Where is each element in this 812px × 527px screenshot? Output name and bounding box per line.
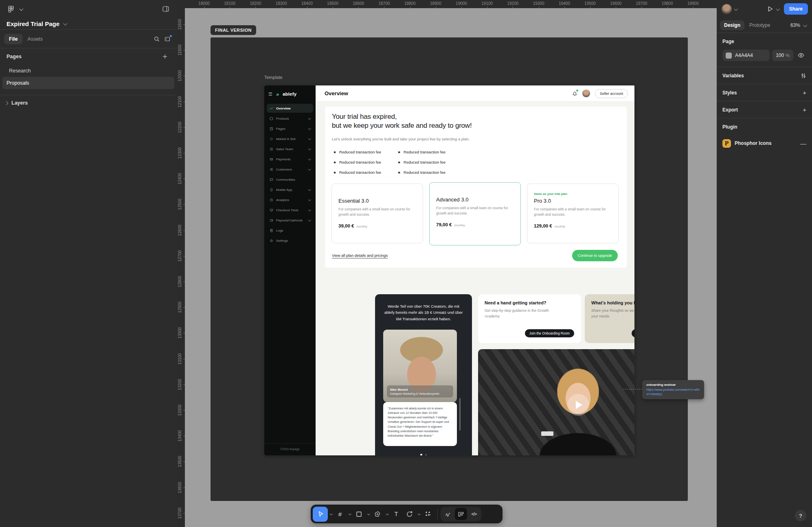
nav-item-logs[interactable]: Logs	[267, 226, 313, 235]
variables-icon[interactable]	[801, 73, 806, 79]
nav-item-products[interactable]: Products	[267, 114, 313, 123]
nav-item-settings[interactable]: Settings	[267, 236, 313, 245]
phosphor-icons-logo-icon: P	[722, 139, 731, 148]
nav-item-checkout-tools[interactable]: Checkout Tools	[267, 206, 313, 214]
nav-item-market-sell[interactable]: Market & Sell	[267, 134, 313, 143]
file-title-row[interactable]: Expired Trial Page	[0, 18, 177, 29]
page-opacity-input[interactable]: 100 %	[772, 50, 793, 61]
dot-active[interactable]	[420, 454, 422, 455]
tab-design[interactable]: Design	[720, 20, 744, 30]
tab-file[interactable]: File	[4, 34, 23, 44]
nav-item-pages[interactable]: Pages	[267, 124, 313, 133]
pen-tool-chevron-icon[interactable]	[384, 507, 390, 521]
nav-item-sales-team[interactable]: Sales Team	[267, 144, 313, 153]
scrollbar[interactable]	[459, 398, 461, 431]
nav-item-payouts-cashouts[interactable]: Payouts/Cashouts	[267, 216, 313, 225]
present-chevron-icon[interactable]	[776, 7, 780, 11]
panel-toggle-icon[interactable]	[160, 4, 171, 14]
ruler-tick	[693, 7, 693, 8]
search-icon[interactable]	[151, 34, 162, 44]
move-tool-chevron-icon[interactable]	[328, 507, 334, 521]
benefit-item: ★Reduced transaction fee	[333, 150, 397, 154]
draw-mode-button[interactable]	[442, 508, 454, 520]
add-export-icon[interactable]: +	[803, 106, 806, 113]
remove-plugin-icon[interactable]: —	[800, 140, 806, 147]
seller-account-button[interactable]: Seller account	[595, 89, 628, 98]
tab-prototype[interactable]: Prototype	[745, 20, 774, 30]
page-color-input[interactable]: A4A4A4	[722, 50, 770, 61]
pen-tool-button[interactable]	[371, 507, 384, 521]
user-avatar[interactable]	[722, 4, 732, 14]
dev-mode-button[interactable]: </>	[468, 508, 480, 520]
user-chevron-icon[interactable]	[734, 7, 738, 11]
ruler-tick	[539, 7, 539, 8]
comment-tool-chevron-icon[interactable]	[416, 507, 421, 521]
color-swatch[interactable]	[726, 52, 732, 59]
plan-card-pro[interactable]: Same as your trial plan Pro 3.0 For comp…	[527, 184, 619, 243]
nav-item-mobile-app[interactable]: Mobile App	[267, 185, 313, 194]
nav-item-customers[interactable]: Customers	[267, 165, 313, 174]
ruler-tick-label: 18900	[430, 1, 441, 6]
share-thoughts-button[interactable]: Share your thoughts	[632, 329, 634, 337]
text-tool-button[interactable]: T	[390, 507, 403, 521]
move-tool-button[interactable]	[313, 507, 328, 522]
plan-card-essential[interactable]: Essential 3.0 For companies with a small…	[331, 184, 423, 243]
figma-logo-icon[interactable]	[6, 4, 16, 14]
ruler-left: 1180011900120001210012200123001240012500…	[177, 8, 185, 527]
nav-item-overview[interactable]: Overview	[267, 104, 313, 113]
file-menu-chevron-icon[interactable]	[19, 7, 23, 11]
tooltip-link[interactable]: https://www.youtube.com/watch?v=aRI4YVWe…	[646, 388, 700, 396]
view-plans-link[interactable]: View all plan details and pricings	[332, 253, 388, 258]
minimap-icon[interactable]	[162, 34, 173, 44]
nav-item-communities[interactable]: Communities	[267, 175, 313, 184]
add-style-icon[interactable]: +	[803, 89, 806, 96]
join-onboarding-button[interactable]: Join the Onboarding Room	[525, 329, 574, 337]
file-title-chevron-icon[interactable]	[63, 21, 67, 25]
frame-label[interactable]: Template	[264, 75, 283, 80]
plan-card-advanced[interactable]: Advanced 3.0 For companies with a small …	[429, 182, 521, 245]
nav-item-analytics[interactable]: Analytics	[267, 195, 313, 204]
frame-tool-chevron-icon[interactable]	[347, 507, 352, 521]
visibility-eye-icon[interactable]	[796, 53, 806, 58]
carousel-dots[interactable]	[375, 454, 472, 455]
plugin-item[interactable]: P Phosphor Icons —	[717, 135, 812, 151]
help-button[interactable]: ?	[795, 510, 806, 521]
tab-assets[interactable]: Assets	[23, 34, 48, 44]
ruler-tick-label: 11900	[178, 45, 182, 56]
play-button[interactable]	[567, 394, 589, 416]
bell-icon[interactable]	[572, 91, 577, 96]
zoom-chevron-icon[interactable]	[803, 23, 807, 27]
layers-chevron-icon[interactable]	[4, 101, 9, 105]
ruler-tick	[183, 230, 185, 231]
avatar[interactable]	[582, 90, 590, 97]
add-page-icon[interactable]	[160, 51, 170, 62]
actions-tool-button[interactable]	[421, 507, 435, 521]
webinar-video-thumbnail[interactable]	[478, 349, 634, 455]
present-icon[interactable]	[766, 5, 774, 13]
share-button[interactable]: Share	[784, 3, 808, 15]
ablefy-footer: ©2023 elopage	[264, 443, 316, 455]
layers-header[interactable]: Layers	[0, 95, 177, 111]
annotate-mode-button[interactable]	[455, 508, 467, 520]
hamburger-menu-icon[interactable]: ☰	[268, 92, 272, 97]
section-label[interactable]: FINAL VERSION	[211, 25, 256, 35]
ruler-tick-label: 19100	[481, 1, 493, 6]
zoom-control[interactable]: 63%	[790, 22, 809, 28]
nav-item-label: Settings	[276, 239, 288, 243]
design-frame[interactable]: ☰ ablefy OverviewProductsPagesMarket & S…	[264, 85, 634, 455]
canvas[interactable]: FINAL VERSION Template ☰ ablefy Overview…	[177, 0, 717, 527]
page-item-research[interactable]: Research	[2, 65, 174, 77]
frame-tool-button[interactable]: #	[334, 507, 347, 521]
ruler-tick-label: 12400	[178, 173, 182, 184]
comment-tool-button[interactable]	[403, 507, 416, 521]
ruler-tick-label: 11800	[178, 19, 182, 30]
hero-subtitle: Let's unlock everything you've built and…	[332, 137, 470, 141]
nav-item-payments[interactable]: Payments	[267, 155, 313, 164]
page-item-proposals[interactable]: Proposals	[2, 77, 174, 89]
shape-tool-button[interactable]	[352, 507, 365, 521]
shape-tool-chevron-icon[interactable]	[365, 507, 371, 521]
dot[interactable]	[425, 454, 427, 456]
continue-upgrade-button[interactable]: Continue to upgrade	[572, 250, 618, 261]
ruler-tick	[461, 7, 462, 8]
hero-title: Your trial has expired, but we keep your…	[332, 112, 472, 130]
